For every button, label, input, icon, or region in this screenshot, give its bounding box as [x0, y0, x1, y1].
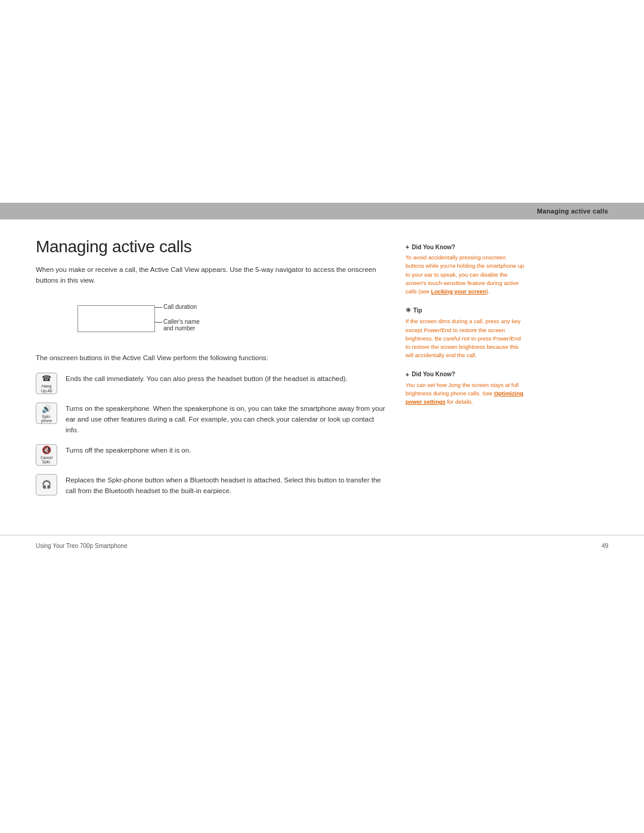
sidebar-dyk2-text: You can set how Jong the screen stays at…	[405, 381, 525, 407]
disable-screen-text: disable the screen's	[405, 271, 507, 286]
left-column: Managing active calls When you make or r…	[36, 237, 388, 505]
screen-brightness-text: screen brightness	[441, 343, 485, 350]
sidebar-did-you-know-1: + Did You Know? To avoid accidentally pr…	[405, 243, 525, 296]
caller-label: Caller's name and number	[163, 318, 200, 332]
restore-screen-text: restore the screen	[459, 327, 505, 333]
bluetooth-description: Replaces the Spkr-phone button when a Bl…	[66, 474, 388, 497]
button-item-3: 🎧 Replaces the Spkr-phone button when a …	[36, 474, 388, 497]
caller-label-line2: and number	[163, 325, 200, 332]
sidebar-did-you-know-2: + Did You Know? You can set how Jong the…	[405, 371, 525, 407]
right-column: + Did You Know? To avoid accidentally pr…	[405, 237, 525, 505]
button-item-1: 🔊 Spkr-phone Turns on the speakerphone. …	[36, 402, 388, 435]
cancel-spkr-icon: 🔇 CancelSpkr.	[36, 444, 57, 466]
optimizing-power-link[interactable]: Optimizing power settings	[405, 390, 523, 405]
caller-label-line1: Caller's name	[163, 318, 200, 325]
sidebar-dyk2-title: + Did You Know?	[405, 371, 525, 378]
hang-up-description: Ends the call immediately. You can also …	[66, 373, 348, 385]
sidebar-dyk1-text: To avoid accidentally pressing onscreen …	[405, 253, 525, 296]
speakerphone-on-icon: 🔊 Spkr-phone	[36, 402, 57, 424]
sidebar-dyk1-title: + Did You Know?	[405, 243, 525, 250]
button-items-list: ☎ HangUp All Ends the call immediately. …	[36, 373, 388, 496]
main-content: Managing active calls When you make or r…	[0, 219, 644, 523]
caller-line	[155, 322, 162, 323]
intro-text: When you make or receive a call, the Act…	[36, 265, 388, 286]
header-bar: Managing active calls	[0, 203, 644, 219]
sidebar-tip-title: ✳ Tip	[405, 306, 525, 314]
onscreen-intro: The onscreen buttons in the Active Call …	[36, 353, 388, 364]
duration-label: Call duration	[163, 304, 197, 310]
locking-screen-link[interactable]: Locking your screen	[431, 288, 487, 295]
page-title: Managing active calls	[36, 237, 388, 256]
diagram-box	[78, 305, 155, 332]
footer-left: Using Your Treo 700p Smartphone	[36, 543, 127, 549]
hang-up-icon: ☎ HangUp All	[36, 373, 57, 394]
header-bar-title: Managing active calls	[537, 208, 608, 215]
button-item-2: 🔇 CancelSpkr. Turns off the speakerphone…	[36, 444, 388, 466]
footer-page-number: 49	[602, 543, 608, 549]
button-item-0: ☎ HangUp All Ends the call immediately. …	[36, 373, 388, 394]
footer: Using Your Treo 700p Smartphone 49	[0, 535, 644, 556]
sidebar-tip: ✳ Tip If the screen dims during a call, …	[405, 306, 525, 360]
sidebar-tip-text: If the screen dims during a call, press …	[405, 317, 525, 360]
duration-line	[155, 307, 162, 308]
bluetooth-icon: 🎧	[36, 474, 57, 496]
you-can-set-text: You can set how Jong	[405, 382, 461, 388]
speakerphone-on-description: Turns on the speakerphone. When the spea…	[66, 402, 388, 435]
call-diagram: Call duration Caller's name and number	[72, 299, 221, 347]
cancel-spkr-description: Turns off the speakerphone when it is on…	[66, 444, 191, 456]
